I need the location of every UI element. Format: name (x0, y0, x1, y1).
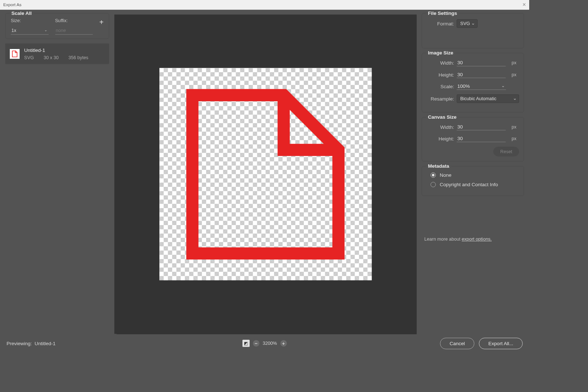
suffix-label: Suffix: (55, 18, 93, 23)
asset-dimensions: 30 x 30 (44, 55, 58, 60)
size-label: Size: (11, 18, 49, 23)
radio-icon (430, 182, 436, 187)
cancel-button[interactable]: Cancel (440, 338, 474, 349)
scale-label: Scale: (426, 83, 454, 89)
zoom-value: 3200% (263, 341, 277, 346)
canvas-height-label: Height: (426, 136, 454, 141)
asset-list-item[interactable]: Untitled-1 SVG 30 x 30 356 bytes (5, 44, 109, 64)
canvas-width-label: Width: (426, 124, 454, 130)
titlebar: Export As × (0, 0, 529, 10)
reset-button[interactable]: Reset (493, 147, 519, 156)
format-label: Format: (426, 21, 454, 26)
height-unit: px (511, 72, 519, 77)
width-unit: px (511, 60, 519, 65)
suffix-input[interactable] (55, 26, 93, 34)
footer: Previewing: Untitled-1 ◩ − 3200% + Cance… (0, 334, 529, 353)
canvas-size-title: Canvas Size (426, 114, 459, 119)
asset-format: SVG (24, 55, 34, 60)
scale-all-title: Scale All (9, 10, 34, 16)
size-select[interactable] (11, 26, 49, 34)
image-size-title: Image Size (426, 50, 456, 56)
canvas-width-input[interactable] (457, 123, 506, 130)
metadata-radio-copyright[interactable]: Copyright and Contact Info (426, 181, 519, 187)
add-size-button[interactable]: + (99, 18, 104, 26)
image-width-input[interactable] (457, 59, 506, 66)
asset-thumbnail (10, 49, 20, 59)
asset-filesize: 356 bytes (69, 55, 89, 60)
metadata-section: Metadata None Copyright and Contact Info (422, 166, 524, 196)
scale-all-section: Scale All Size: ⌄ Suffix: + (5, 13, 109, 39)
toggle-background-icon[interactable]: ◩ (242, 340, 250, 347)
zoom-out-button[interactable]: − (253, 340, 260, 347)
file-settings-section: File Settings Format: SVG (422, 13, 524, 48)
export-all-button[interactable]: Export All... (479, 338, 523, 349)
zoom-in-button[interactable]: + (280, 340, 287, 347)
scale-input[interactable] (457, 83, 506, 90)
document-icon (174, 83, 357, 265)
help-text: Learn more about export options. (418, 237, 527, 242)
file-settings-title: File Settings (426, 10, 459, 16)
zoom-controls: ◩ − 3200% + (242, 340, 287, 347)
radio-icon (430, 172, 436, 177)
resample-select[interactable]: Bicubic Automatic (457, 94, 519, 103)
preview-canvas (159, 68, 372, 280)
preview-panel (114, 15, 417, 334)
export-options-link[interactable]: export options. (462, 237, 492, 242)
metadata-radio-none[interactable]: None (426, 172, 519, 177)
height-label: Height: (426, 72, 454, 77)
resample-label: Resample: (426, 96, 454, 101)
format-select[interactable]: SVG (457, 19, 477, 28)
chevron-down-icon: ⌄ (44, 28, 47, 32)
left-panel: Scale All Size: ⌄ Suffix: + (0, 10, 114, 334)
chevron-down-icon: ⌄ (501, 83, 505, 89)
metadata-title: Metadata (426, 163, 451, 168)
canvas-height-input[interactable] (457, 135, 506, 142)
image-size-section: Image Size Width: px Height: px Scale: ⌄ (422, 53, 524, 113)
width-label: Width: (426, 60, 454, 65)
image-height-input[interactable] (457, 71, 506, 78)
close-icon[interactable]: × (523, 1, 526, 8)
right-panel: File Settings Format: SVG Image Size Wid… (417, 10, 530, 334)
window-title: Export As (3, 2, 21, 7)
canvas-size-section: Canvas Size Width: px Height: px Reset (422, 117, 524, 161)
previewing-label: Previewing: Untitled-1 (7, 340, 56, 346)
asset-name: Untitled-1 (24, 48, 105, 53)
